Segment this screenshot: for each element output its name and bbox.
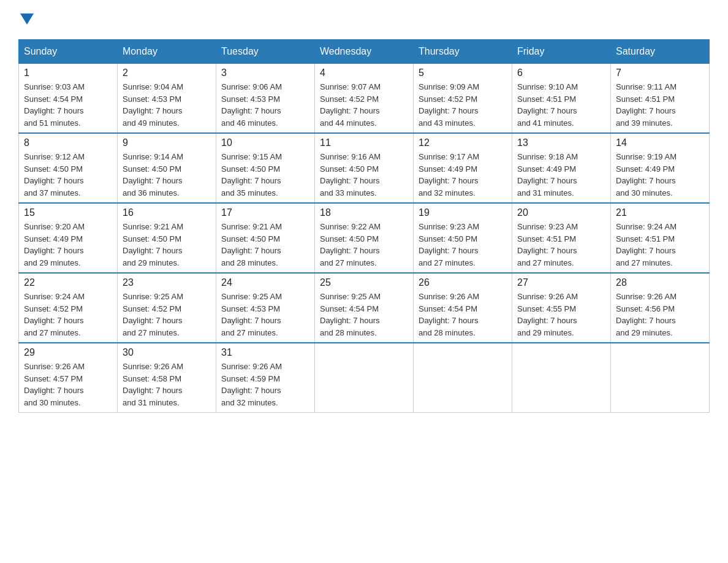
day-info: Sunrise: 9:19 AM Sunset: 4:49 PM Dayligh…: [616, 151, 704, 199]
day-info: Sunrise: 9:21 AM Sunset: 4:50 PM Dayligh…: [123, 221, 211, 269]
col-header-thursday: Thursday: [414, 40, 512, 64]
col-header-wednesday: Wednesday: [315, 40, 414, 64]
day-info: Sunrise: 9:03 AM Sunset: 4:54 PM Dayligh…: [24, 81, 112, 129]
calendar-cell: 16 Sunrise: 9:21 AM Sunset: 4:50 PM Dayl…: [118, 203, 216, 273]
day-info: Sunrise: 9:26 AM Sunset: 4:54 PM Dayligh…: [419, 291, 507, 339]
day-info: Sunrise: 9:07 AM Sunset: 4:52 PM Dayligh…: [320, 81, 408, 129]
day-number: 9: [123, 137, 211, 148]
day-info: Sunrise: 9:23 AM Sunset: 4:50 PM Dayligh…: [419, 221, 507, 269]
day-number: 17: [221, 207, 309, 218]
day-info: Sunrise: 9:24 AM Sunset: 4:51 PM Dayligh…: [616, 221, 704, 269]
calendar-week-row: 29 Sunrise: 9:26 AM Sunset: 4:57 PM Dayl…: [19, 343, 710, 413]
day-info: Sunrise: 9:20 AM Sunset: 4:49 PM Dayligh…: [24, 221, 112, 269]
day-number: 1: [24, 67, 112, 79]
day-number: 5: [419, 67, 507, 79]
day-info: Sunrise: 9:12 AM Sunset: 4:50 PM Dayligh…: [24, 151, 112, 199]
day-info: Sunrise: 9:17 AM Sunset: 4:49 PM Dayligh…: [419, 151, 507, 199]
day-info: Sunrise: 9:26 AM Sunset: 4:57 PM Dayligh…: [24, 361, 112, 408]
page-header: [18, 12, 710, 27]
day-number: 19: [419, 207, 507, 218]
day-info: Sunrise: 9:14 AM Sunset: 4:50 PM Dayligh…: [123, 151, 211, 199]
calendar-cell: 17 Sunrise: 9:21 AM Sunset: 4:50 PM Dayl…: [216, 203, 315, 273]
calendar-cell: 21 Sunrise: 9:24 AM Sunset: 4:51 PM Dayl…: [611, 203, 710, 273]
calendar-cell: 6 Sunrise: 9:10 AM Sunset: 4:51 PM Dayli…: [512, 64, 611, 134]
calendar-week-row: 1 Sunrise: 9:03 AM Sunset: 4:54 PM Dayli…: [19, 64, 710, 134]
day-number: 18: [320, 207, 408, 218]
day-info: Sunrise: 9:10 AM Sunset: 4:51 PM Dayligh…: [517, 81, 605, 129]
day-number: 20: [517, 207, 605, 218]
day-number: 12: [419, 137, 507, 148]
day-info: Sunrise: 9:15 AM Sunset: 4:50 PM Dayligh…: [221, 151, 309, 199]
day-number: 27: [517, 277, 605, 288]
calendar-cell: 30 Sunrise: 9:26 AM Sunset: 4:58 PM Dayl…: [118, 343, 216, 413]
day-info: Sunrise: 9:24 AM Sunset: 4:52 PM Dayligh…: [24, 291, 112, 339]
calendar-cell: 25 Sunrise: 9:25 AM Sunset: 4:54 PM Dayl…: [315, 273, 414, 343]
calendar-cell: 29 Sunrise: 9:26 AM Sunset: 4:57 PM Dayl…: [19, 343, 118, 413]
col-header-saturday: Saturday: [611, 40, 710, 64]
day-info: Sunrise: 9:26 AM Sunset: 4:59 PM Dayligh…: [221, 361, 309, 408]
calendar-cell: 31 Sunrise: 9:26 AM Sunset: 4:59 PM Dayl…: [216, 343, 315, 413]
calendar-cell: 4 Sunrise: 9:07 AM Sunset: 4:52 PM Dayli…: [315, 64, 414, 134]
calendar-cell: 20 Sunrise: 9:23 AM Sunset: 4:51 PM Dayl…: [512, 203, 611, 273]
day-number: 13: [517, 137, 605, 148]
day-number: 24: [221, 277, 309, 288]
calendar-cell: 9 Sunrise: 9:14 AM Sunset: 4:50 PM Dayli…: [118, 133, 216, 203]
calendar-cell: 14 Sunrise: 9:19 AM Sunset: 4:49 PM Dayl…: [611, 133, 710, 203]
day-number: 14: [616, 137, 704, 148]
day-number: 11: [320, 137, 408, 148]
calendar-cell: 13 Sunrise: 9:18 AM Sunset: 4:49 PM Dayl…: [512, 133, 611, 203]
calendar-cell: 2 Sunrise: 9:04 AM Sunset: 4:53 PM Dayli…: [118, 64, 216, 134]
calendar-cell: 22 Sunrise: 9:24 AM Sunset: 4:52 PM Dayl…: [19, 273, 118, 343]
day-info: Sunrise: 9:23 AM Sunset: 4:51 PM Dayligh…: [517, 221, 605, 269]
calendar-header-row: SundayMondayTuesdayWednesdayThursdayFrid…: [19, 40, 710, 64]
day-number: 30: [123, 347, 211, 358]
calendar-cell: 27 Sunrise: 9:26 AM Sunset: 4:55 PM Dayl…: [512, 273, 611, 343]
logo: [18, 12, 34, 27]
day-number: 28: [616, 277, 704, 288]
col-header-sunday: Sunday: [19, 40, 118, 64]
day-number: 16: [123, 207, 211, 218]
day-number: 23: [123, 277, 211, 288]
day-number: 26: [419, 277, 507, 288]
calendar-cell: [512, 343, 611, 413]
svg-marker-0: [20, 13, 34, 25]
calendar-cell: 18 Sunrise: 9:22 AM Sunset: 4:50 PM Dayl…: [315, 203, 414, 273]
day-number: 4: [320, 67, 408, 79]
logo-triangle-icon: [20, 13, 34, 27]
day-number: 10: [221, 137, 309, 148]
calendar-cell: [611, 343, 710, 413]
day-info: Sunrise: 9:18 AM Sunset: 4:49 PM Dayligh…: [517, 151, 605, 199]
day-number: 8: [24, 137, 112, 148]
calendar-cell: 28 Sunrise: 9:26 AM Sunset: 4:56 PM Dayl…: [611, 273, 710, 343]
calendar-table: SundayMondayTuesdayWednesdayThursdayFrid…: [18, 39, 710, 413]
day-info: Sunrise: 9:26 AM Sunset: 4:58 PM Dayligh…: [123, 361, 211, 408]
day-number: 15: [24, 207, 112, 218]
day-number: 31: [221, 347, 309, 358]
calendar-cell: [414, 343, 512, 413]
day-number: 22: [24, 277, 112, 288]
calendar-cell: 1 Sunrise: 9:03 AM Sunset: 4:54 PM Dayli…: [19, 64, 118, 134]
day-info: Sunrise: 9:26 AM Sunset: 4:55 PM Dayligh…: [517, 291, 605, 339]
calendar-cell: [315, 343, 414, 413]
calendar-cell: 10 Sunrise: 9:15 AM Sunset: 4:50 PM Dayl…: [216, 133, 315, 203]
col-header-monday: Monday: [118, 40, 216, 64]
calendar-cell: 3 Sunrise: 9:06 AM Sunset: 4:53 PM Dayli…: [216, 64, 315, 134]
day-info: Sunrise: 9:06 AM Sunset: 4:53 PM Dayligh…: [221, 81, 309, 129]
calendar-cell: 24 Sunrise: 9:25 AM Sunset: 4:53 PM Dayl…: [216, 273, 315, 343]
calendar-cell: 23 Sunrise: 9:25 AM Sunset: 4:52 PM Dayl…: [118, 273, 216, 343]
calendar-cell: 26 Sunrise: 9:26 AM Sunset: 4:54 PM Dayl…: [414, 273, 512, 343]
day-info: Sunrise: 9:25 AM Sunset: 4:53 PM Dayligh…: [221, 291, 309, 339]
calendar-cell: 7 Sunrise: 9:11 AM Sunset: 4:51 PM Dayli…: [611, 64, 710, 134]
day-number: 7: [616, 67, 704, 79]
calendar-week-row: 22 Sunrise: 9:24 AM Sunset: 4:52 PM Dayl…: [19, 273, 710, 343]
day-number: 6: [517, 67, 605, 79]
calendar-cell: 11 Sunrise: 9:16 AM Sunset: 4:50 PM Dayl…: [315, 133, 414, 203]
calendar-week-row: 8 Sunrise: 9:12 AM Sunset: 4:50 PM Dayli…: [19, 133, 710, 203]
day-info: Sunrise: 9:25 AM Sunset: 4:52 PM Dayligh…: [123, 291, 211, 339]
day-number: 21: [616, 207, 704, 218]
col-header-friday: Friday: [512, 40, 611, 64]
day-info: Sunrise: 9:25 AM Sunset: 4:54 PM Dayligh…: [320, 291, 408, 339]
day-info: Sunrise: 9:11 AM Sunset: 4:51 PM Dayligh…: [616, 81, 704, 129]
day-info: Sunrise: 9:21 AM Sunset: 4:50 PM Dayligh…: [221, 221, 309, 269]
calendar-cell: 12 Sunrise: 9:17 AM Sunset: 4:49 PM Dayl…: [414, 133, 512, 203]
